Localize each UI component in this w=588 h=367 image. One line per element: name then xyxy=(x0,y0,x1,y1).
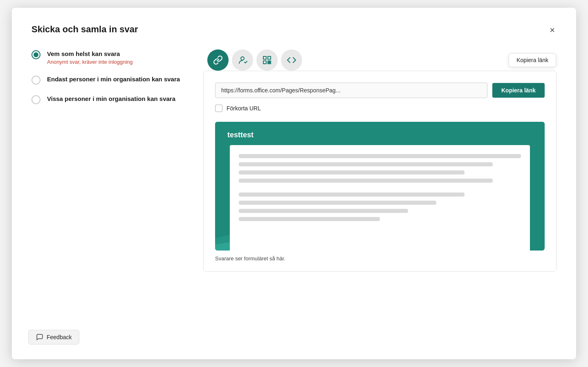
skeleton-line-2 xyxy=(239,162,493,166)
radio-text-anyone: Vem som helst kan svara Anonymt svar, kr… xyxy=(47,49,133,65)
svg-rect-4 xyxy=(268,61,269,62)
close-button[interactable]: × xyxy=(548,24,557,36)
radio-sublabel-anyone: Anonymt svar, kräver inte inloggning xyxy=(47,59,133,65)
radio-circle-org-only xyxy=(31,76,40,85)
radio-text-org-only: Endast personer i min organisation kan s… xyxy=(47,75,180,83)
modal: Skicka och samla in svar × Vem som helst… xyxy=(12,8,576,359)
embed-icon xyxy=(287,55,296,65)
preview-teal-header: testtest xyxy=(215,122,545,145)
shorten-row: Förkorta URL xyxy=(215,105,545,112)
radio-circle-anyone xyxy=(31,50,40,59)
shorten-checkbox[interactable] xyxy=(215,105,222,112)
skeleton-line-4 xyxy=(239,179,493,183)
feedback-button[interactable]: Feedback xyxy=(28,330,79,345)
svg-rect-3 xyxy=(263,61,266,64)
url-input[interactable] xyxy=(215,83,487,98)
preview-caption: Svarare ser formuläret så här. xyxy=(215,255,545,262)
share-user-icon xyxy=(238,55,247,65)
copy-tooltip: Kopiera länk xyxy=(509,53,556,67)
radio-circle-specific xyxy=(31,95,40,104)
svg-rect-7 xyxy=(269,63,271,64)
link-icon xyxy=(213,55,223,65)
radio-label-anyone: Vem som helst kan svara xyxy=(47,49,133,58)
radio-label-specific: Vissa personer i min organisation kan sv… xyxy=(47,94,175,103)
right-panel: Kopiera länk Kopiera länk Förkorta URL xyxy=(203,49,557,343)
svg-rect-1 xyxy=(263,56,266,59)
svg-rect-5 xyxy=(269,61,271,62)
form-preview: testtest xyxy=(215,122,545,251)
radio-inner-anyone xyxy=(34,52,38,57)
radio-option-org-only[interactable]: Endast personer i min organisation kan s… xyxy=(31,75,187,85)
radio-option-anyone[interactable]: Vem som helst kan svara Anonymt svar, kr… xyxy=(31,49,187,65)
radio-option-specific[interactable]: Vissa personer i min organisation kan sv… xyxy=(31,94,187,104)
content-card: Kopiera länk Kopiera länk Förkorta URL xyxy=(203,71,557,272)
modal-body: Vem som helst kan svara Anonymt svar, kr… xyxy=(31,49,557,343)
qr-icon xyxy=(262,55,272,65)
copy-link-button[interactable]: Kopiera länk xyxy=(492,83,545,98)
tab-bar xyxy=(203,49,557,71)
modal-title: Skicka och samla in svar xyxy=(31,24,138,35)
preview-form-title: testtest xyxy=(227,131,532,139)
skeleton-line-6 xyxy=(239,201,436,205)
tab-share-user[interactable] xyxy=(232,49,253,71)
radio-label-org-only: Endast personer i min organisation kan s… xyxy=(47,75,180,83)
svg-rect-2 xyxy=(268,56,271,59)
feedback-icon xyxy=(36,333,43,341)
skeleton-line-1 xyxy=(239,154,521,158)
url-row: Kopiera länk xyxy=(215,83,545,98)
skeleton-line-7 xyxy=(239,209,408,213)
tab-embed[interactable] xyxy=(281,49,302,71)
copy-tooltip-label: Kopiera länk xyxy=(516,57,548,63)
svg-point-0 xyxy=(241,57,244,60)
tab-qr[interactable] xyxy=(256,49,278,71)
radio-text-specific: Vissa personer i min organisation kan sv… xyxy=(47,94,175,103)
preview-white-card xyxy=(230,145,530,251)
feedback-label: Feedback xyxy=(47,334,72,340)
skeleton-line-5 xyxy=(239,192,465,197)
left-panel: Vem som helst kan svara Anonymt svar, kr… xyxy=(31,49,187,343)
tab-link[interactable] xyxy=(207,49,229,71)
skeleton-line-8 xyxy=(239,217,380,221)
svg-rect-6 xyxy=(268,63,269,64)
shorten-label: Förkorta URL xyxy=(227,105,261,112)
modal-header: Skicka och samla in svar × xyxy=(31,24,557,36)
skeleton-line-3 xyxy=(239,170,465,175)
